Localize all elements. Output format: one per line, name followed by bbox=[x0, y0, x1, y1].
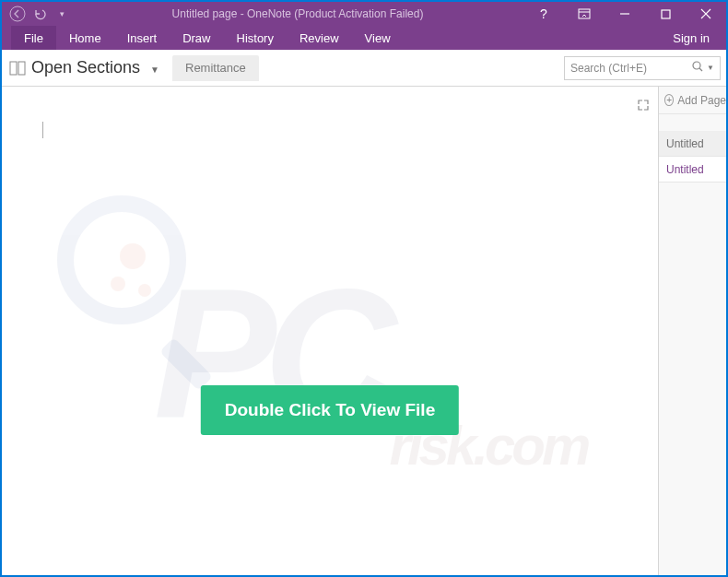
watermark-text: PCrisk.com bbox=[39, 197, 658, 511]
svg-point-0 bbox=[10, 6, 25, 21]
sign-in-link[interactable]: Sign in bbox=[656, 31, 726, 45]
ribbon-tab-home[interactable]: Home bbox=[56, 26, 114, 50]
search-icon bbox=[692, 61, 703, 75]
notebook-icon[interactable] bbox=[9, 60, 26, 77]
search-placeholder: Search (Ctrl+E) bbox=[570, 62, 692, 75]
page-list-item[interactable]: Untitled bbox=[659, 131, 726, 157]
close-button[interactable] bbox=[686, 2, 726, 26]
search-scope-dropdown[interactable]: ▼ bbox=[707, 64, 714, 72]
ribbon-tab-history[interactable]: History bbox=[224, 26, 287, 50]
add-page-label: Add Page bbox=[677, 94, 726, 107]
page-canvas[interactable]: PCrisk.com Double Click To View File bbox=[2, 87, 658, 575]
ribbon-display-button[interactable] bbox=[564, 2, 605, 26]
section-tab[interactable]: Remittance bbox=[172, 55, 259, 81]
full-page-view-button[interactable] bbox=[638, 100, 649, 112]
content-area: PCrisk.com Double Click To View File + A… bbox=[2, 87, 726, 575]
ribbon-tab-view[interactable]: View bbox=[352, 26, 404, 50]
ribbon: File Home Insert Draw History Review Vie… bbox=[2, 26, 726, 50]
watermark-logo bbox=[57, 195, 214, 352]
search-input[interactable]: Search (Ctrl+E) ▼ bbox=[564, 56, 721, 80]
text-cursor bbox=[42, 122, 43, 138]
page-title: Untitled bbox=[666, 137, 704, 150]
svg-rect-4 bbox=[662, 10, 670, 18]
help-button[interactable]: ? bbox=[523, 2, 564, 26]
view-file-button-label: Double Click To View File bbox=[225, 400, 435, 419]
file-tab[interactable]: File bbox=[11, 26, 56, 50]
undo-button[interactable] bbox=[29, 4, 50, 24]
svg-rect-7 bbox=[10, 62, 17, 75]
back-button[interactable] bbox=[7, 4, 28, 24]
page-list-item[interactable]: Untitled bbox=[659, 157, 726, 183]
notebook-label: Open Sections bbox=[31, 58, 140, 77]
minimize-button[interactable] bbox=[605, 2, 645, 26]
svg-rect-1 bbox=[579, 9, 590, 18]
svg-rect-8 bbox=[18, 62, 25, 75]
ribbon-tab-insert[interactable]: Insert bbox=[114, 26, 170, 50]
section-tab-label: Remittance bbox=[185, 61, 246, 75]
maximize-button[interactable] bbox=[645, 2, 686, 26]
nav-buttons: ▾ bbox=[7, 4, 72, 24]
notebook-dropdown[interactable]: Open Sections ▼ bbox=[31, 58, 159, 77]
page-panel: + Add Page Untitled Untitled bbox=[658, 87, 726, 575]
ribbon-tab-draw[interactable]: Draw bbox=[170, 26, 223, 50]
view-file-button[interactable]: Double Click To View File bbox=[201, 385, 459, 435]
chevron-down-icon: ▼ bbox=[150, 65, 159, 75]
title-bar: ▾ Untitled page - OneNote (Product Activ… bbox=[2, 2, 726, 26]
plus-icon: + bbox=[664, 94, 674, 106]
window-title: Untitled page - OneNote (Product Activat… bbox=[72, 7, 523, 20]
page-title: Untitled bbox=[666, 163, 704, 176]
section-bar: Open Sections ▼ Remittance Search (Ctrl+… bbox=[2, 50, 726, 87]
add-page-button[interactable]: + Add Page bbox=[659, 87, 726, 114]
qat-dropdown[interactable]: ▾ bbox=[52, 4, 72, 24]
window-controls: ? bbox=[523, 2, 726, 26]
svg-line-10 bbox=[699, 68, 702, 71]
svg-point-9 bbox=[693, 62, 700, 69]
ribbon-tab-review[interactable]: Review bbox=[287, 26, 352, 50]
